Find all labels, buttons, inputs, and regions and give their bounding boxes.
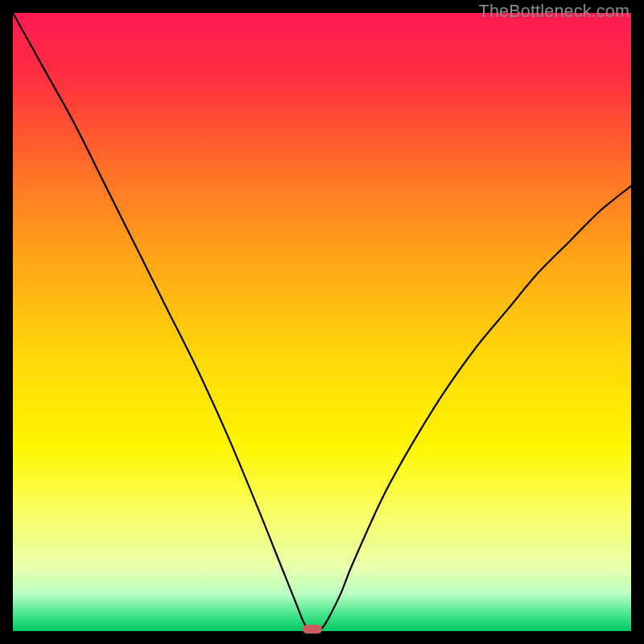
optimal-marker — [303, 625, 322, 634]
bottleneck-curve — [13, 13, 631, 631]
chart-frame: TheBottleneck.com — [0, 0, 644, 644]
watermark-text: TheBottleneck.com — [479, 2, 630, 22]
plot-area — [13, 13, 631, 631]
